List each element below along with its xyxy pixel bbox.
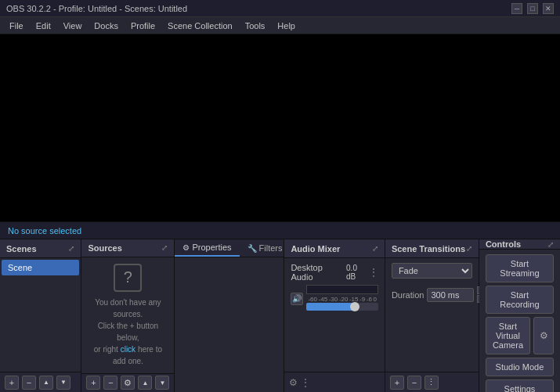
title-bar-controls: ─ □ ✕	[511, 3, 554, 14]
tab-filters[interactable]: 🔧 Filters	[240, 239, 291, 257]
audio-settings-icon[interactable]: ⚙	[289, 377, 298, 388]
scenes-up-button[interactable]: ▲	[39, 376, 53, 390]
menu-help[interactable]: Help	[271, 20, 302, 32]
sources-hint: You don't have any sources. Click the + …	[88, 297, 168, 367]
tab-filters-label: Filters	[259, 243, 283, 253]
sources-expand-icon[interactable]: ⤢	[161, 243, 168, 252]
no-source-text: No source selected	[8, 226, 81, 236]
audio-mixer-header: Audio Mixer ⤢	[284, 239, 384, 258]
sources-content: ? You don't have any sources. Click the …	[81, 257, 174, 373]
scenes-remove-button[interactable]: −	[22, 376, 36, 390]
sources-hint-line2: Click the + button below,	[98, 322, 159, 342]
settings-button[interactable]: Settings	[486, 379, 554, 392]
transitions-panel-title: Scene Transitions	[392, 244, 465, 254]
virtual-camera-row: Start Virtual Camera ⚙	[486, 317, 554, 354]
sources-down-button[interactable]: ▼	[155, 376, 169, 390]
menu-view[interactable]: View	[57, 20, 89, 32]
menu-docks[interactable]: Docks	[88, 20, 125, 32]
title-bar-text: OBS 30.2.2 - Profile: Untitled - Scenes:…	[6, 4, 187, 13]
transition-select-wrap: Fade Cut	[385, 258, 479, 283]
properties-icon: ⚙	[182, 243, 190, 252]
scenes-panel-title: Scenes	[6, 244, 37, 254]
audio-mixer-panel: Audio Mixer ⤢ Desktop Audio 0.0 dB ⋮ 🔊	[284, 239, 385, 392]
controls-inner: Start Streaming Start Recording Start Vi…	[479, 250, 560, 392]
controls-panel-title: Controls	[486, 239, 521, 249]
volume-slider[interactable]	[306, 303, 378, 311]
menu-bar: File Edit View Docks Profile Scene Colle…	[0, 17, 560, 34]
menu-profile[interactable]: Profile	[125, 20, 161, 32]
controls-panel: Controls ⤢ Start Streaming Start Recordi…	[479, 239, 560, 392]
transition-select[interactable]: Fade Cut	[392, 263, 472, 279]
sources-up-button[interactable]: ▲	[138, 376, 152, 390]
title-bar: OBS 30.2.2 - Profile: Untitled - Scenes:…	[0, 0, 560, 17]
virtual-camera-settings-icon[interactable]: ⚙	[533, 317, 554, 354]
transitions-panel-header: Scene Transitions ⤢	[385, 239, 479, 258]
restore-button[interactable]: □	[527, 3, 538, 14]
prop-filter-tabs: ⚙ Properties 🔧 Filters	[175, 239, 284, 257]
filters-icon: 🔧	[247, 244, 257, 253]
panels-container: Scenes ⤢ Scene + − ▲ ▼ Sources ⤢ ? You d…	[0, 239, 560, 392]
audio-channel-desktop: Desktop Audio 0.0 dB ⋮ 🔊 -60	[284, 258, 384, 372]
close-button[interactable]: ✕	[543, 3, 554, 14]
sources-add-button[interactable]: +	[86, 376, 100, 390]
volume-meter	[306, 285, 378, 294]
scenes-panel-header: Scenes ⤢	[0, 239, 81, 258]
tab-properties[interactable]: ⚙ Properties	[175, 239, 239, 257]
audio-channel-header: Desktop Audio 0.0 dB ⋮	[291, 263, 378, 282]
controls-panel-header: Controls ⤢	[479, 239, 560, 250]
scenes-expand-icon[interactable]: ⤢	[68, 244, 74, 253]
menu-scene-collection[interactable]: Scene Collection	[161, 20, 239, 32]
duration-input[interactable]	[427, 288, 474, 302]
audio-db-value: 0.0 dB	[346, 264, 369, 281]
audio-menu-icon[interactable]: ⋮	[301, 377, 310, 388]
tab-properties-label: Properties	[192, 243, 231, 252]
menu-file[interactable]: File	[3, 20, 30, 32]
menu-tools[interactable]: Tools	[239, 20, 272, 32]
duration-row: Duration ▲ ▼	[385, 283, 479, 306]
mute-button[interactable]: 🔊	[291, 293, 303, 305]
transitions-menu-button[interactable]: ⋮	[425, 376, 439, 390]
sources-remove-button[interactable]: −	[103, 376, 117, 390]
transitions-add-button[interactable]: +	[390, 376, 404, 390]
sources-panel: Sources ⤢ ? You don't have any sources. …	[81, 239, 175, 392]
no-source-bar: No source selected	[0, 222, 560, 239]
scene-item[interactable]: Scene	[2, 260, 79, 275]
volume-meter-wrapper: -60 -45 -30 -20 -15 -9 -6 0	[306, 285, 378, 312]
transitions-content	[385, 306, 479, 372]
audio-mixer-expand-icon[interactable]: ⤢	[372, 244, 378, 253]
transitions-toolbar: + − ⋮	[385, 372, 479, 392]
scenes-toolbar: + − ▲ ▼	[0, 372, 81, 392]
transitions-panel: Scene Transitions ⤢ Fade Cut Duration ▲ …	[385, 239, 479, 392]
sources-panel-title: Sources	[88, 243, 121, 253]
scenes-panel: Scenes ⤢ Scene + − ▲ ▼	[0, 239, 81, 392]
prop-filter-panel: ⚙ Properties 🔧 Filters	[175, 239, 284, 392]
duration-label: Duration	[392, 290, 425, 300]
start-recording-button[interactable]: Start Recording	[486, 286, 554, 314]
sources-hint-click[interactable]: click	[121, 345, 135, 354]
transitions-remove-button[interactable]: −	[407, 376, 421, 390]
start-streaming-button[interactable]: Start Streaming	[486, 254, 554, 282]
prop-filter-content	[175, 257, 284, 392]
audio-toolbar: ⚙ ⋮	[284, 372, 384, 392]
minimize-button[interactable]: ─	[511, 3, 522, 14]
sources-empty-icon: ?	[114, 264, 142, 292]
scenes-add-button[interactable]: +	[5, 376, 19, 390]
start-virtual-camera-button[interactable]: Start Virtual Camera	[486, 317, 530, 354]
studio-mode-button[interactable]: Studio Mode	[486, 358, 554, 376]
sources-panel-header: Sources ⤢	[81, 239, 174, 257]
audio-channel-name: Desktop Audio	[291, 263, 346, 282]
sources-settings-button[interactable]: ⚙	[121, 376, 135, 390]
scenes-down-button[interactable]: ▼	[56, 376, 70, 390]
sources-toolbar: + − ⚙ ▲ ▼	[81, 373, 174, 392]
sources-hint-line1: You don't have any sources.	[95, 298, 161, 318]
sources-hint-line3: or right	[94, 345, 121, 354]
audio-channel-menu-icon[interactable]: ⋮	[369, 267, 378, 278]
transitions-expand-icon[interactable]: ⤢	[466, 244, 472, 253]
audio-mixer-title: Audio Mixer	[291, 244, 340, 254]
audio-controls-row: 🔊 -60 -45 -30 -20 -15	[291, 285, 378, 312]
controls-expand-icon[interactable]: ⤢	[547, 240, 554, 249]
menu-edit[interactable]: Edit	[30, 20, 57, 32]
scenes-list: Scene	[0, 258, 81, 372]
preview-canvas	[0, 34, 560, 222]
